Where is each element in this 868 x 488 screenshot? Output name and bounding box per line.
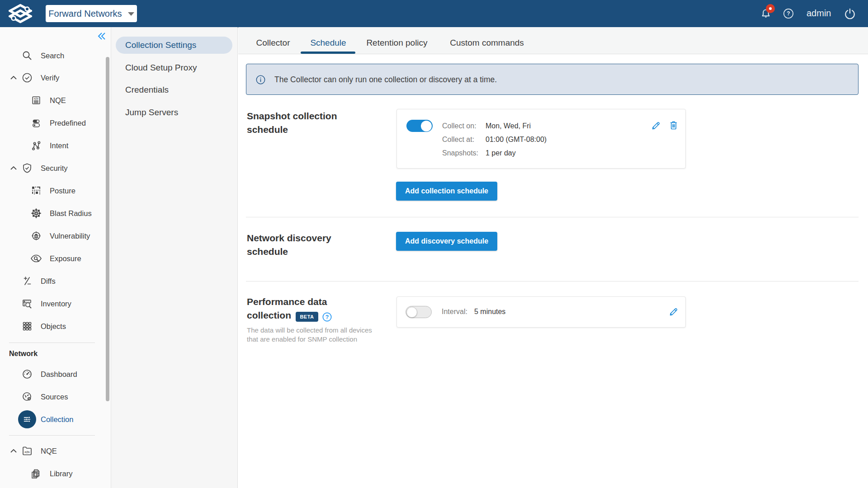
svg-text:</>: </> bbox=[24, 450, 30, 454]
svg-text:?: ? bbox=[787, 10, 790, 17]
svg-text:</>: </> bbox=[34, 97, 38, 100]
svg-text:</>: </> bbox=[34, 472, 39, 475]
svg-text:?: ? bbox=[326, 314, 329, 320]
